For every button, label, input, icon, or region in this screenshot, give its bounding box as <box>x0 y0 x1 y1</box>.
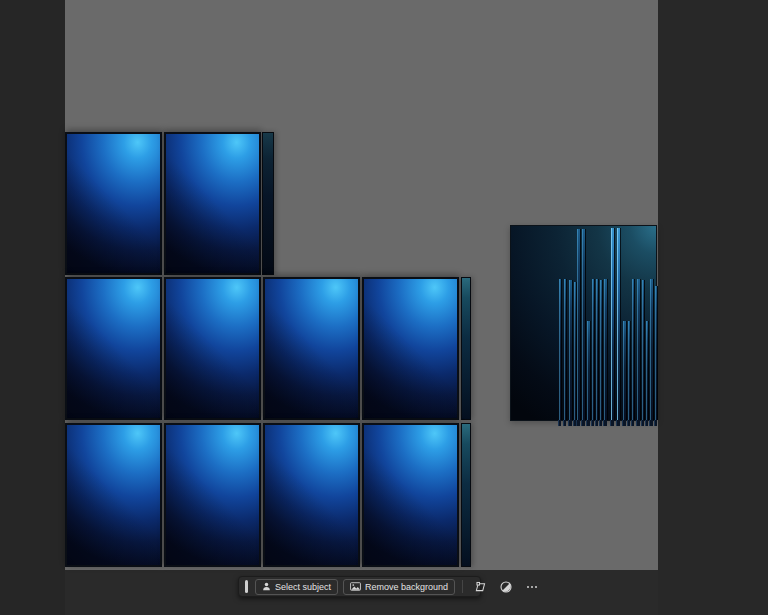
more-options-button[interactable] <box>525 580 539 594</box>
bar-overflow-nub <box>654 420 657 426</box>
bar-overflow-nub <box>649 420 653 426</box>
bar-overflow-nub <box>616 420 620 426</box>
image-icon <box>350 582 361 591</box>
bar-overflow-nub <box>603 420 607 426</box>
adjustment-button[interactable] <box>499 580 513 594</box>
workspace-background-right <box>658 0 768 615</box>
remove-background-button[interactable]: Remove background <box>343 579 455 595</box>
left-tool-panel <box>0 0 66 615</box>
bar-overflow-nub <box>576 420 580 426</box>
more-options-icon <box>527 586 537 588</box>
bar-overflow-nub <box>631 420 634 426</box>
remove-background-label: Remove background <box>365 582 448 592</box>
bar-overflow-nub <box>645 420 648 426</box>
skyline-bar <box>637 279 641 420</box>
generated-image-tile[interactable] <box>65 132 162 275</box>
bar-overflow-nub <box>581 420 585 426</box>
transform-icon <box>474 581 486 592</box>
skyline-bar <box>577 229 581 420</box>
skyline-bar <box>650 279 654 420</box>
skyline-bar <box>642 280 645 420</box>
skyline-bar <box>582 229 586 420</box>
skyline-bar <box>611 228 615 420</box>
bar-overflow-nub <box>641 420 644 426</box>
reference-image[interactable] <box>510 225 657 421</box>
generated-image-tile[interactable] <box>164 423 261 567</box>
adjustment-icon <box>500 581 512 593</box>
skyline-bar <box>617 228 621 420</box>
partial-image-sliver[interactable] <box>461 423 471 567</box>
skyline-bar <box>569 280 573 420</box>
skyline-bar <box>646 321 649 420</box>
bar-overflow-nub <box>595 420 598 426</box>
generated-image-tile[interactable] <box>164 132 261 275</box>
skyline-bar <box>592 279 595 420</box>
taskbar-divider <box>462 580 463 593</box>
select-subject-label: Select subject <box>275 582 331 592</box>
skyline-bar <box>604 279 608 420</box>
skyline-bar <box>655 286 658 420</box>
generated-image-tile[interactable] <box>263 277 360 420</box>
generated-image-tile[interactable] <box>65 423 162 567</box>
bar-overflow-nub <box>568 420 572 426</box>
bar-overflow-nub <box>558 420 561 426</box>
generated-image-tile[interactable] <box>65 277 162 420</box>
generated-image-tile[interactable] <box>263 423 360 567</box>
skyline-bar <box>632 279 635 420</box>
transform-button[interactable] <box>473 580 487 594</box>
bar-overflow-nub <box>586 420 590 426</box>
bar-overflow-nub <box>627 420 630 426</box>
bar-overflow-nub <box>610 420 614 426</box>
person-icon <box>262 582 271 591</box>
skyline-bar <box>600 280 603 420</box>
skyline-bar <box>628 321 631 420</box>
bar-overflow-nub <box>622 420 626 426</box>
bar-overflow-nub <box>563 420 566 426</box>
generated-image-tile[interactable] <box>362 423 459 567</box>
bar-overflow-nub <box>636 420 640 426</box>
generated-image-tile[interactable] <box>164 277 261 420</box>
select-subject-button[interactable]: Select subject <box>255 579 338 595</box>
taskbar-drag-handle[interactable] <box>245 580 248 593</box>
skyline-bar <box>564 279 567 420</box>
skyline-bar <box>596 279 599 420</box>
partial-image-sliver[interactable] <box>262 132 274 275</box>
skyline-bar <box>623 321 627 420</box>
bar-overflow-nub <box>591 420 594 426</box>
skyline-bar <box>587 321 591 420</box>
bar-overflow-nub <box>599 420 602 426</box>
skyline-bar <box>559 279 562 420</box>
partial-image-sliver[interactable] <box>461 277 471 420</box>
generated-image-tile[interactable] <box>362 277 459 420</box>
contextual-task-bar: Select subject Remove background <box>238 576 481 597</box>
